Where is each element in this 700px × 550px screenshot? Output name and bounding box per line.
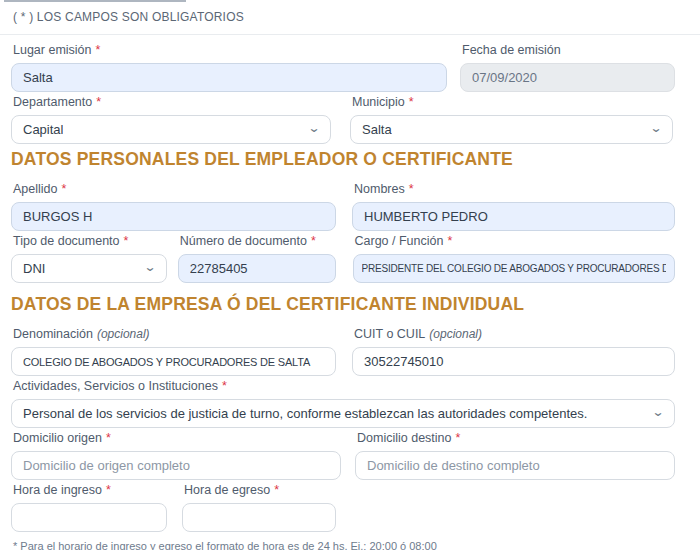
tipo-documento-select[interactable]: DNI ⌄	[11, 254, 167, 283]
domicilio-origen-input[interactable]	[11, 451, 341, 480]
domicilio-destino-label: Domicilio destino*	[357, 431, 675, 446]
required-asterisk: *	[455, 431, 460, 445]
chevron-down-icon: ⌄	[649, 122, 662, 134]
row-domicilio: Domicilio origen* Domicilio destino*	[11, 431, 675, 480]
cargo-label: Cargo / Función*	[355, 234, 676, 249]
row-horas: Hora de ingreso* Hora de egreso*	[11, 483, 675, 532]
domicilio-destino-input[interactable]	[355, 451, 675, 480]
row-nombre: Apellido* Nombres*	[11, 182, 675, 231]
chevron-down-icon: ⌄	[651, 406, 664, 418]
hora-egreso-input[interactable]	[182, 503, 336, 532]
row-actividades: Actividades, Servicios o Instituciones* …	[11, 379, 675, 428]
chevron-down-icon: ⌄	[143, 261, 156, 273]
nombres-label: Nombres*	[354, 182, 675, 197]
departamento-value: Capital	[23, 122, 63, 137]
cuit-input[interactable]	[352, 347, 675, 376]
section-title-empresa: DATOS DE LA EMPRESA Ó DEL CERTIFICANTE I…	[11, 293, 675, 315]
optional-tag: (opcional)	[97, 327, 150, 341]
required-asterisk: *	[222, 379, 227, 393]
municipio-value: Salta	[362, 122, 392, 137]
nombres-input[interactable]	[352, 202, 675, 231]
required-asterisk: *	[311, 234, 316, 248]
required-asterisk: *	[409, 95, 414, 109]
required-asterisk: *	[96, 95, 101, 109]
chevron-down-icon: ⌄	[307, 122, 320, 134]
time-format-note: * Para el horario de ingreso y egreso el…	[13, 540, 675, 550]
fecha-emision-label: Fecha de emisión	[462, 43, 675, 58]
required-asterisk: *	[106, 431, 111, 445]
lugar-emision-input[interactable]	[11, 63, 447, 92]
numero-documento-input[interactable]	[178, 254, 336, 283]
cuit-label: CUIT o CUIL(opcional)	[354, 327, 675, 342]
hora-egreso-label: Hora de egreso*	[184, 483, 336, 498]
fecha-emision-input	[460, 63, 675, 92]
actividades-value: Personal de los servicios de justicia de…	[23, 406, 587, 421]
apellido-input[interactable]	[11, 202, 336, 231]
numero-documento-label: Número de documento*	[180, 234, 336, 249]
required-asterisk: *	[274, 483, 279, 497]
required-fields-note: ( * ) LOS CAMPOS SON OBLIGATORIOS	[0, 0, 700, 35]
required-asterisk: *	[447, 234, 452, 248]
actividades-label: Actividades, Servicios o Instituciones*	[13, 379, 675, 394]
municipio-label: Municipio*	[352, 95, 673, 110]
section-title-personales: DATOS PERSONALES DEL EMPLEADOR O CERTIFI…	[11, 148, 675, 170]
domicilio-origen-label: Domicilio origen*	[13, 431, 341, 446]
required-asterisk: *	[409, 182, 414, 196]
certificate-form: ( * ) LOS CAMPOS SON OBLIGATORIOS Lugar …	[0, 0, 700, 550]
row-documento: Tipo de documento* DNI ⌄ Número de docum…	[11, 234, 675, 283]
cargo-input[interactable]	[353, 254, 676, 283]
row-ubicacion: Departamento* Capital ⌄ Municipio* Salta…	[11, 95, 675, 144]
apellido-label: Apellido*	[13, 182, 336, 197]
denominacion-label: Denominación(opcional)	[13, 327, 336, 342]
required-asterisk: *	[96, 43, 101, 57]
row-empresa: Denominación(opcional) CUIT o CUIL(opcio…	[11, 327, 675, 376]
lugar-emision-label: Lugar emisión*	[13, 43, 447, 58]
municipio-select[interactable]: Salta ⌄	[350, 115, 673, 144]
optional-tag: (opcional)	[429, 327, 482, 341]
actividades-select[interactable]: Personal de los servicios de justicia de…	[11, 399, 675, 428]
denominacion-input[interactable]	[11, 347, 336, 376]
required-asterisk: *	[106, 483, 111, 497]
required-asterisk: *	[124, 234, 129, 248]
hora-ingreso-input[interactable]	[11, 503, 167, 532]
top-cut-divider	[4, 0, 186, 2]
departamento-label: Departamento*	[13, 95, 331, 110]
tipo-documento-value: DNI	[23, 261, 45, 276]
tipo-documento-label: Tipo de documento*	[13, 234, 167, 249]
required-asterisk: *	[61, 182, 66, 196]
hora-ingreso-label: Hora de ingreso*	[13, 483, 167, 498]
row-emision: Lugar emisión* Fecha de emisión	[11, 43, 675, 92]
departamento-select[interactable]: Capital ⌄	[11, 115, 331, 144]
